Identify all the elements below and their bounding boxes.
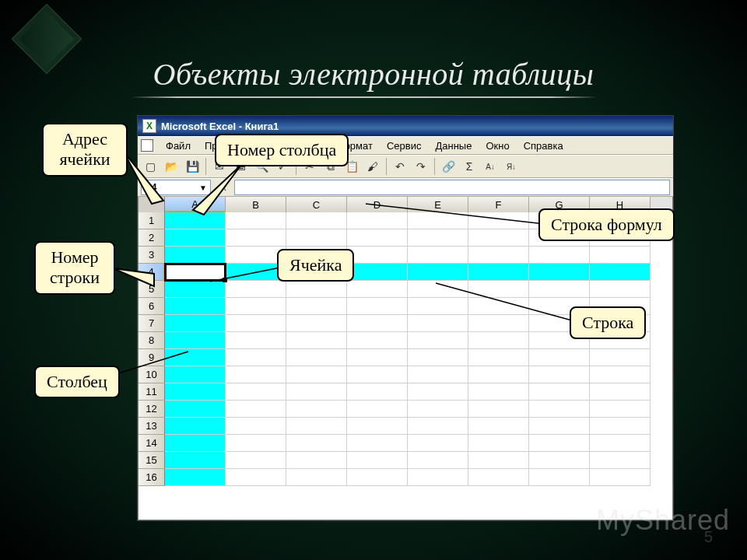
cell-H16[interactable] xyxy=(590,469,651,486)
column-header-D[interactable]: D xyxy=(347,197,408,212)
cell-D16[interactable] xyxy=(347,469,408,486)
column-header-C[interactable]: C xyxy=(286,197,347,212)
cell-F12[interactable] xyxy=(468,401,529,418)
cell-F9[interactable] xyxy=(468,349,529,366)
fx-label[interactable]: fx xyxy=(214,181,231,194)
cell-B9[interactable] xyxy=(226,349,286,366)
cell-B2[interactable] xyxy=(226,229,286,247)
cell-D9[interactable] xyxy=(347,349,408,366)
cell-C6[interactable] xyxy=(286,298,347,315)
cell-H14[interactable] xyxy=(590,435,651,452)
cell-E2[interactable] xyxy=(408,229,468,247)
cell-E16[interactable] xyxy=(408,469,468,486)
sort-desc-icon[interactable]: Я↓ xyxy=(502,157,521,176)
column-header-F[interactable]: F xyxy=(468,197,529,212)
cell-F13[interactable] xyxy=(468,418,529,435)
cell-B7[interactable] xyxy=(226,315,286,332)
column-header-E[interactable]: E xyxy=(408,197,468,212)
cell-D2[interactable] xyxy=(347,229,408,247)
cell-F7[interactable] xyxy=(468,315,529,332)
cell-A6[interactable] xyxy=(165,298,226,315)
cell-F5[interactable] xyxy=(468,281,529,298)
cell-G9[interactable] xyxy=(529,349,590,366)
cell-C5[interactable] xyxy=(286,281,347,298)
cell-E8[interactable] xyxy=(408,332,468,349)
cell-C9[interactable] xyxy=(286,349,347,366)
cell-A13[interactable] xyxy=(165,418,226,435)
cell-E1[interactable] xyxy=(408,212,468,229)
cell-C7[interactable] xyxy=(286,315,347,332)
cell-B14[interactable] xyxy=(226,435,286,452)
row-header-2[interactable]: 2 xyxy=(139,229,165,247)
cell-G3[interactable] xyxy=(529,247,590,264)
cell-F4[interactable] xyxy=(468,264,529,281)
cell-D11[interactable] xyxy=(347,383,408,401)
row-header-12[interactable]: 12 xyxy=(139,401,165,418)
cell-H13[interactable] xyxy=(590,418,651,435)
cell-B1[interactable] xyxy=(226,212,286,229)
cell-A5[interactable] xyxy=(165,281,226,298)
row-header-16[interactable]: 16 xyxy=(139,469,165,486)
cell-F14[interactable] xyxy=(468,435,529,452)
row-header-10[interactable]: 10 xyxy=(139,366,165,383)
document-icon[interactable] xyxy=(141,139,153,152)
cell-C2[interactable] xyxy=(286,229,347,247)
cell-E13[interactable] xyxy=(408,418,468,435)
cell-A9[interactable] xyxy=(165,349,226,366)
cell-E3[interactable] xyxy=(408,247,468,264)
formula-input[interactable] xyxy=(234,180,670,195)
hyperlink-icon[interactable]: 🔗 xyxy=(439,157,458,176)
cell-D1[interactable] xyxy=(347,212,408,229)
cell-A8[interactable] xyxy=(165,332,226,349)
cell-D12[interactable] xyxy=(347,401,408,418)
row-header-9[interactable]: 9 xyxy=(139,349,165,366)
cell-B5[interactable] xyxy=(226,281,286,298)
redo-icon[interactable]: ↷ xyxy=(412,157,430,176)
cell-G12[interactable] xyxy=(529,401,590,418)
cell-A12[interactable] xyxy=(165,401,226,418)
menu-file[interactable]: Файл xyxy=(160,138,197,153)
column-header-B[interactable]: B xyxy=(226,197,286,212)
cell-E10[interactable] xyxy=(408,366,468,383)
cell-C15[interactable] xyxy=(286,452,347,469)
cell-D3[interactable] xyxy=(347,247,408,264)
row-header-7[interactable]: 7 xyxy=(139,315,165,332)
cell-B10[interactable] xyxy=(226,366,286,383)
cell-G16[interactable] xyxy=(529,469,590,486)
cell-C13[interactable] xyxy=(286,418,347,435)
cell-H5[interactable] xyxy=(590,281,651,298)
cell-F3[interactable] xyxy=(468,247,529,264)
cell-A3[interactable] xyxy=(165,247,226,264)
cell-H9[interactable] xyxy=(590,349,651,366)
name-box[interactable]: A4 ▼ xyxy=(141,180,211,195)
cell-D6[interactable] xyxy=(347,298,408,315)
cell-D15[interactable] xyxy=(347,452,408,469)
open-icon[interactable]: 📂 xyxy=(162,157,181,176)
cell-E15[interactable] xyxy=(408,452,468,469)
cell-B16[interactable] xyxy=(226,469,286,486)
cell-D4[interactable] xyxy=(347,264,408,281)
cell-C12[interactable] xyxy=(286,401,347,418)
cell-A1[interactable] xyxy=(165,212,226,229)
cell-H12[interactable] xyxy=(590,401,651,418)
cell-E12[interactable] xyxy=(408,401,468,418)
save-icon[interactable]: 💾 xyxy=(183,157,202,176)
cell-B8[interactable] xyxy=(226,332,286,349)
cell-G13[interactable] xyxy=(529,418,590,435)
row-header-1[interactable]: 1 xyxy=(139,212,165,229)
cell-D8[interactable] xyxy=(347,332,408,349)
cell-G5[interactable] xyxy=(529,281,590,298)
cell-C8[interactable] xyxy=(286,332,347,349)
cell-F16[interactable] xyxy=(468,469,529,486)
cell-D14[interactable] xyxy=(347,435,408,452)
cell-E4[interactable] xyxy=(408,264,468,281)
cell-E11[interactable] xyxy=(408,383,468,401)
cell-F6[interactable] xyxy=(468,298,529,315)
menu-tools[interactable]: Сервис xyxy=(381,138,428,153)
cell-A15[interactable] xyxy=(165,452,226,469)
cell-E14[interactable] xyxy=(408,435,468,452)
row-header-14[interactable]: 14 xyxy=(139,435,165,452)
cell-D13[interactable] xyxy=(347,418,408,435)
format-painter-icon[interactable]: 🖌 xyxy=(363,157,382,176)
cell-D10[interactable] xyxy=(347,366,408,383)
